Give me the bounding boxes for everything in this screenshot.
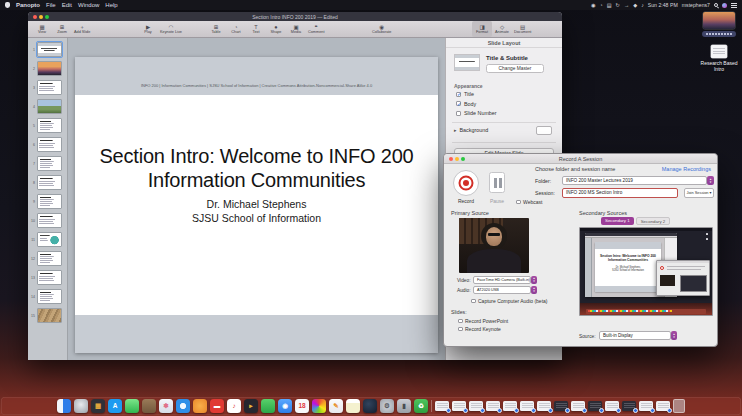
notification-center-icon[interactable] (731, 3, 737, 8)
minimized-window[interactable] (503, 401, 517, 412)
record-button[interactable] (453, 170, 479, 196)
media-button[interactable]: ▣Media (286, 21, 306, 37)
chart-button[interactable]: ◔Chart (226, 21, 246, 37)
minimized-window[interactable] (656, 401, 670, 412)
slide-thumbnail[interactable]: 3 (28, 80, 67, 95)
minimized-window[interactable] (469, 401, 483, 412)
siri-icon[interactable] (722, 3, 727, 8)
utilities-icon[interactable]: ▦ (91, 399, 105, 413)
webcast-checkbox[interactable]: Webcast (516, 199, 542, 205)
capture-computer-audio-checkbox[interactable]: Capture Computer Audio (beta) (471, 298, 547, 304)
slide-thumbnail[interactable]: 15 (28, 308, 67, 323)
slide-thumbnail[interactable]: 10 (28, 213, 67, 228)
slide-thumbnail[interactable]: 8 (28, 175, 67, 190)
recycle-icon[interactable]: ♻ (414, 399, 428, 413)
folder-stepper-icon[interactable]: ▲▼ (707, 176, 714, 185)
slide-thumbnail[interactable]: 2 (28, 61, 67, 76)
itunes-icon[interactable]: ♪ (227, 399, 241, 413)
launchpad-icon[interactable] (74, 399, 88, 413)
media-app-icon[interactable]: ▸ (244, 399, 258, 413)
minimized-window[interactable] (605, 401, 619, 412)
browser-icon[interactable] (312, 399, 326, 413)
active-app-menu[interactable]: Panopto (16, 2, 40, 8)
background-color-well[interactable] (536, 126, 552, 135)
video-call-icon[interactable]: ◉ (278, 399, 292, 413)
text-button[interactable]: TText (246, 21, 266, 37)
collaborate-button[interactable]: ◉Collaborate (370, 21, 393, 37)
zoom-window-button[interactable] (45, 15, 49, 19)
dark-app-icon[interactable] (363, 399, 377, 413)
slide-thumbnail[interactable]: 11 (28, 232, 67, 247)
minimized-window[interactable] (520, 401, 534, 412)
orange-app-icon[interactable] (193, 399, 207, 413)
slide-thumbnail[interactable]: 6 (28, 137, 67, 152)
shape-button[interactable]: ●Shape (266, 21, 286, 37)
view-button[interactable]: ▦View (32, 21, 52, 37)
menu-bar-clock[interactable]: Sun 2:48 PM (648, 2, 678, 8)
time-machine-icon[interactable]: ◔ (600, 2, 603, 8)
video-stepper-icon[interactable]: ▲▼ (531, 276, 537, 284)
menu-item[interactable]: Help (105, 2, 117, 8)
spotlight-icon[interactable] (714, 3, 718, 7)
notes-icon[interactable] (346, 399, 360, 413)
audio-source-select[interactable]: AT2020 USB (473, 286, 531, 294)
animate-tab[interactable]: ◇Animate (492, 21, 512, 37)
minimized-window[interactable] (639, 401, 653, 412)
messages-icon[interactable] (125, 399, 139, 413)
record-keynote-checkbox[interactable]: Record Keynote (458, 326, 501, 332)
secondary-1-tab[interactable]: Secondary 1 (601, 217, 634, 225)
upload-icon[interactable]: → (624, 2, 629, 8)
volume-icon[interactable]: ♪ (641, 2, 644, 8)
do-not-disturb-icon[interactable]: ▬ (210, 399, 224, 413)
slide-thumbnail[interactable]: 12 (28, 251, 67, 266)
slide-thumbnail[interactable]: 7 (28, 156, 67, 171)
minimized-window[interactable] (622, 401, 636, 412)
appearance-slide-number-checkbox[interactable]: Slide Number (456, 110, 497, 116)
minimized-window[interactable] (537, 401, 551, 412)
slide-thumbnail[interactable]: 9 (28, 194, 67, 209)
master-slide-thumbnail[interactable] (454, 54, 480, 71)
background-row[interactable]: ▸ Background (454, 127, 488, 133)
video-source-select[interactable]: FaceTime HD Camera (Built-in) (473, 276, 531, 284)
appearance-body-checkbox[interactable]: Body (456, 101, 497, 107)
slide-subtitle[interactable]: Dr. Michael Stephens SJSU School of Info… (111, 198, 401, 225)
slide-title[interactable]: Section Intro: Welcome to INFO 200 Infor… (82, 145, 431, 192)
folder-icon[interactable] (142, 399, 156, 413)
menu-item[interactable]: Edit (62, 2, 72, 8)
slide-thumbnail[interactable]: 4 (28, 99, 67, 114)
source-stepper-icon[interactable]: ▲▼ (671, 331, 677, 340)
table-button[interactable]: ⊞Table (206, 21, 226, 37)
minimized-window[interactable] (486, 401, 500, 412)
appearance-title-checkbox[interactable]: Title (456, 91, 497, 97)
app-store-icon[interactable]: A (108, 399, 122, 413)
minimize-button[interactable] (455, 157, 459, 161)
play-button[interactable]: ▶Play (138, 21, 158, 37)
safari-icon[interactable] (176, 399, 190, 413)
add-slide-button[interactable]: ＋Add Slide (72, 21, 92, 37)
close-button[interactable] (449, 157, 453, 161)
zoom-window-button[interactable] (461, 157, 465, 161)
user-switch-icon[interactable]: ◉ (591, 2, 596, 8)
desktop-document-file-icon[interactable] (711, 45, 727, 58)
display-icon[interactable]: ▤ (607, 2, 612, 8)
secondary-2-tab[interactable]: Secondary 2 (636, 217, 671, 225)
manage-recordings-link[interactable]: Manage Recordings (662, 166, 711, 172)
desktop-image-file-icon[interactable] (703, 12, 735, 29)
minimized-window[interactable] (452, 401, 466, 412)
format-tab[interactable]: ◨Format (472, 21, 492, 37)
source-select[interactable]: Built-in Display (599, 331, 671, 340)
audio-stepper-icon[interactable]: ▲▼ (531, 286, 537, 294)
minimized-window[interactable] (588, 401, 602, 412)
system-preferences-icon[interactable]: ⚙ (380, 399, 394, 413)
microphone-icon[interactable]: ▮ (397, 399, 411, 413)
slide-thumbnail[interactable]: 14 (28, 289, 67, 304)
slide-thumbnail[interactable]: 13 (28, 270, 67, 285)
minimized-window[interactable] (435, 401, 449, 412)
record-powerpoint-checkbox[interactable]: Record PowerPoint (458, 318, 508, 324)
minimize-button[interactable] (39, 15, 43, 19)
sync-icon[interactable]: ↻ (616, 2, 620, 8)
finder-icon[interactable] (57, 399, 71, 413)
calendar-icon[interactable]: 18 (295, 399, 309, 413)
folder-select[interactable]: INFO 200 Master Lectures 2019 (562, 176, 707, 185)
pages-icon[interactable]: ✎ (329, 399, 343, 413)
